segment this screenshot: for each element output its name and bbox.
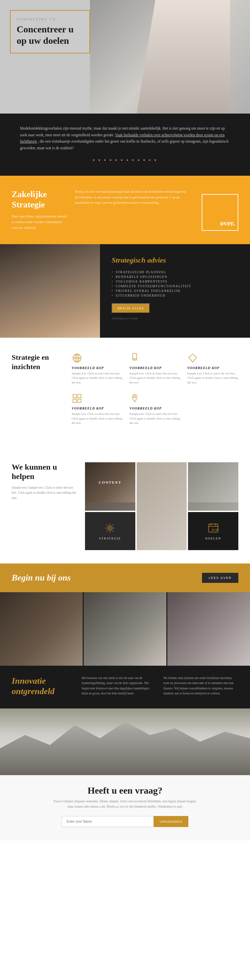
over-box: over.	[202, 194, 238, 231]
inzichten-kop-2: VOORBEELD KOP	[129, 366, 180, 370]
advies-section: Strategisch advies STRATEGISCHE PLANNING…	[0, 244, 250, 338]
helpen-cell-strategie: STRATEGIE	[85, 512, 135, 550]
inzichten-text-4: Sample text. Click to select the text bo…	[72, 412, 123, 426]
content-label: CONTENT	[99, 480, 121, 484]
advies-content: Strategisch advies STRATEGISCHE PLANNING…	[100, 244, 250, 338]
over-text: over.	[220, 219, 235, 228]
inzichten-kop-4: VOORBEELD KOP	[72, 407, 123, 410]
strategie-section: Zakelijke Strategie Door specifieke, geg…	[0, 176, 250, 244]
helpen-left: We kunnen u helpen Sample text. Sample t…	[12, 462, 78, 501]
helpen-grid: CONTENT STRATEGIE	[85, 462, 238, 550]
inzichten-row-1: VOORBEELD KOP Sample text. Click to sele…	[72, 353, 238, 385]
inzichten-item-empty	[187, 393, 238, 426]
advies-list: STRATEGISCHE PLANNING RENDABELE OPLOSSIN…	[112, 270, 240, 297]
bekijk-button[interactable]: BEKIJK ALLES	[112, 303, 150, 313]
hero-subtitle: CONSULTING CO	[17, 18, 83, 21]
inzichten-kop-3: VOORBEELD KOP	[187, 366, 238, 370]
vraag-content: Heeft u een vraag? Fusce volutpat aliqua…	[0, 775, 250, 840]
helpen-title: We kunnen u helpen	[12, 462, 78, 482]
svg-rect-8	[73, 395, 76, 398]
pin-icon	[129, 393, 140, 404]
verzenden-button[interactable]: Verzenden	[153, 816, 188, 827]
advies-credit: Afbeelding van freepik	[112, 317, 240, 320]
inzichten-row-2: VOORBEELD KOP Sample text. Click to sele…	[72, 393, 238, 426]
grid-icon	[72, 393, 82, 404]
svg-point-6	[134, 359, 135, 360]
advies-title: Strategisch advies	[112, 256, 240, 264]
helpen-text: Sample text. Sample text. Click to selec…	[12, 485, 78, 501]
diamond-icon	[187, 353, 198, 363]
svg-marker-7	[189, 354, 197, 362]
innovatie-text-2: We bieden onze klanten een reeks bruikba…	[163, 676, 238, 697]
innovatie-image-2	[84, 592, 166, 666]
vraag-section: Heeft u een vraag? Fusce volutpat aliqua…	[0, 708, 250, 840]
innovatie-title: Innovatie ontgrendeld	[12, 676, 72, 697]
vraag-background	[0, 708, 250, 775]
advies-image	[0, 244, 100, 338]
svg-point-12	[134, 396, 136, 398]
svg-rect-10	[73, 399, 76, 402]
innovatie-texts: Het bouwen van een merk is niet de taak …	[82, 676, 238, 697]
advies-item-5: VRIJWEL OVERAL TOEGANKELIJK	[112, 289, 240, 293]
begin-section: Begin nu bij ons LEES OVER	[0, 563, 250, 592]
intro-text-section: Modelontdekkingsverhalen zijn meestal my…	[0, 114, 250, 176]
mountains-decoration	[0, 708, 250, 775]
begin-title: Begin nu bij ons	[12, 573, 71, 583]
strategie-title: Zakelijke Strategie	[12, 189, 66, 210]
name-input[interactable]	[62, 816, 153, 827]
inzichten-item-5: VOORBEELD KOP Sample text. Click to sele…	[129, 393, 180, 426]
hero-title: Concentreer u op uw doelen	[17, 24, 83, 46]
strategie-right: over.	[197, 189, 250, 231]
innovatie-title-block: Innovatie ontgrendeld	[12, 676, 72, 697]
doelen-label: DOELEN	[205, 537, 222, 540]
globe-icon	[72, 353, 82, 363]
helpen-cell-light	[188, 462, 238, 511]
advies-item-3: VOLLEDIGE RAMPENTESTS	[112, 280, 240, 283]
advies-item-4: COMPLETE SYSTEEMFUNCTIONALITEIT	[112, 285, 240, 288]
svg-point-14	[109, 527, 111, 529]
inzichten-text-3: Sample text. Click to select the text bo…	[187, 371, 238, 385]
lees-button[interactable]: LEES OVER	[202, 573, 238, 583]
innovatie-image-3	[167, 592, 250, 666]
svg-point-13	[108, 526, 112, 530]
innovatie-images	[0, 592, 250, 666]
vraag-title: Heeft u een vraag?	[12, 785, 238, 796]
vraag-form: Verzenden	[62, 816, 188, 827]
strategie-body: Breng wit een overtuikinsstrategie naar …	[66, 189, 197, 231]
advies-item-2: RENDABELE OPLOSSINGEN	[112, 275, 240, 278]
inzichten-item-4: VOORBEELD KOP Sample text. Click to sele…	[72, 393, 123, 426]
inzichten-kop-5: VOORBEELD KOP	[129, 407, 180, 410]
inzichten-text-1: Sample text. Click to select the text bo…	[72, 371, 123, 385]
svg-rect-11	[78, 399, 81, 402]
inzichten-item-3: VOORBEELD KOP Sample text. Click to sele…	[187, 353, 238, 385]
innovatie-section: Innovatie ontgrendeld Het bouwen van een…	[0, 592, 250, 708]
innovatie-image-1	[0, 592, 83, 666]
hero-section: CONSULTING CO Concentreer u op uw doelen	[0, 0, 250, 114]
inzichten-kop-1: VOORBEELD KOP	[72, 366, 123, 370]
helpen-cell-tall	[137, 462, 187, 550]
advies-item-1: STRATEGISCHE PLANNING	[112, 270, 240, 274]
strategie-cell-content: STRATEGIE	[99, 522, 121, 540]
advies-image-inner	[0, 244, 100, 338]
phone-icon	[129, 353, 140, 363]
svg-rect-4	[133, 353, 137, 360]
strategie-description: Door specifieke, gegarandeerde inhoud te…	[12, 214, 66, 231]
inzichten-item-1: VOORBEELD KOP Sample text. Click to sele…	[72, 353, 123, 385]
strategie-label: STRATEGIE	[99, 537, 121, 540]
inzichten-item-2: VOORBEELD KOP Sample text. Click to sele…	[129, 353, 180, 385]
helpen-cell-doelen: 11 11 DOELEN	[188, 512, 238, 550]
helpen-section: We kunnen u helpen Sample text. Sample t…	[0, 449, 250, 564]
inzichten-title: Strategie en inzichten	[12, 353, 65, 372]
inzichten-grid: VOORBEELD KOP Sample text. Click to sele…	[72, 353, 238, 426]
innovatie-text-1: Het bouwen van een merk is niet de taak …	[82, 676, 157, 697]
vraag-description: Fusce volutpat aliquam venenatis. Donec …	[50, 799, 200, 809]
calendar-icon: 11 11	[207, 522, 219, 534]
intro-text: Modelontdekkingsverhalen zijn meestal my…	[20, 125, 230, 151]
dots-decoration: • • • • • • • • • • • •	[20, 155, 230, 165]
inzichten-section: Strategie en inzichten VOORBEELD KOP Sam…	[0, 338, 250, 449]
svg-text:11 11: 11 11	[212, 528, 218, 531]
doelen-cell-content: 11 11 DOELEN	[205, 522, 222, 540]
gear-icon	[104, 522, 116, 534]
svg-rect-9	[78, 395, 81, 398]
hero-text-box: CONSULTING CO Concentreer u op uw doelen	[10, 10, 90, 53]
